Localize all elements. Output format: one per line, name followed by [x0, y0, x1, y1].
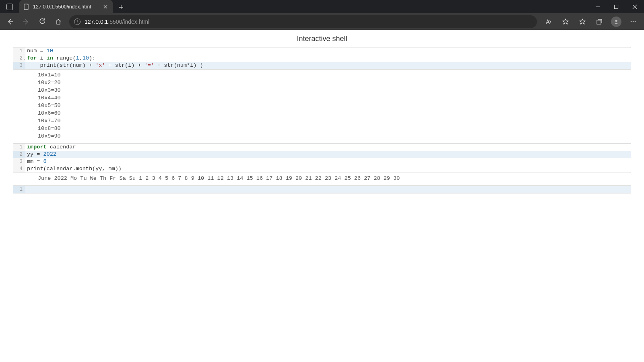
- cell-output: June 2022 Mo Tu We Th Fr Sa Su 1 2 3 4 5…: [13, 173, 631, 185]
- code-content[interactable]: import calendar: [25, 144, 76, 151]
- svg-rect-1: [615, 5, 618, 8]
- page-title: Interactive shell: [0, 35, 644, 43]
- code-line[interactable]: 4print(calendar.month(yy, mm)): [13, 165, 631, 173]
- code-cell[interactable]: 1num = 102▾for i in range(1,10):3 print(…: [13, 47, 631, 70]
- minimize-icon: [595, 4, 600, 9]
- plus-icon: [119, 5, 124, 10]
- line-number: 2: [13, 151, 25, 158]
- window-maximize-button[interactable]: [607, 0, 625, 13]
- close-icon: [103, 5, 107, 9]
- browser-tab[interactable]: 127.0.0.1:5500/index.html: [19, 0, 113, 13]
- collections-icon: [596, 18, 603, 25]
- page-body: Interactive shell 1num = 102▾for i in ra…: [0, 30, 644, 193]
- svg-point-4: [631, 21, 632, 22]
- url-text: 127.0.0.1:5500/index.html: [85, 19, 149, 25]
- code-cell[interactable]: 1: [13, 185, 631, 193]
- code-content[interactable]: print(str(num) + 'x' + str(i) + '=' + st…: [25, 62, 203, 69]
- window-controls: [588, 0, 644, 13]
- code-content[interactable]: mm = 6: [25, 158, 47, 165]
- refresh-icon: [39, 18, 46, 25]
- line-number: 2▾: [13, 55, 25, 62]
- line-number: 1: [13, 144, 25, 151]
- arrow-left-icon: [6, 18, 14, 25]
- tab-close-button[interactable]: [102, 4, 109, 10]
- page-favicon-icon: [23, 4, 30, 10]
- arrow-right-icon: [23, 18, 30, 25]
- code-line[interactable]: 1num = 10: [13, 47, 631, 55]
- code-line[interactable]: 3mm = 6: [13, 158, 631, 165]
- browser-toolbar: i 127.0.0.1:5500/index.html: [0, 13, 644, 30]
- browser-tab-strip: 127.0.0.1:5500/index.html: [0, 0, 644, 13]
- code-line[interactable]: 1import calendar: [13, 144, 631, 151]
- address-bar[interactable]: i 127.0.0.1:5500/index.html: [69, 15, 537, 28]
- line-number: 4: [13, 165, 25, 173]
- code-content[interactable]: for i in range(1,10):: [25, 55, 95, 62]
- code-line[interactable]: 2▾for i in range(1,10):: [13, 55, 631, 62]
- svg-point-6: [635, 21, 636, 22]
- star-icon: [579, 18, 586, 25]
- close-icon: [632, 4, 637, 9]
- forward-button[interactable]: [19, 15, 34, 29]
- tab-actions-button[interactable]: [0, 0, 19, 13]
- code-content[interactable]: yy = 2022: [25, 151, 56, 158]
- new-tab-button[interactable]: [115, 1, 127, 13]
- cell-output: 10x1=10 10x2=20 10x3=30 10x4=40 10x5=50 …: [13, 70, 631, 143]
- home-button[interactable]: [51, 15, 66, 29]
- code-line[interactable]: 1: [13, 186, 631, 193]
- line-number: 1: [13, 186, 25, 193]
- line-number: 3: [13, 158, 25, 165]
- window-close-button[interactable]: [625, 0, 644, 13]
- tab-title: 127.0.0.1:5500/index.html: [33, 4, 99, 10]
- site-info-icon[interactable]: i: [74, 19, 80, 25]
- code-content[interactable]: [25, 186, 27, 193]
- favorites-button[interactable]: [574, 15, 591, 29]
- line-number: 1: [13, 47, 25, 55]
- tab-actions-icon: [6, 4, 13, 10]
- refresh-button[interactable]: [35, 15, 50, 29]
- read-aloud-icon: [545, 18, 552, 25]
- window-minimize-button[interactable]: [588, 0, 607, 13]
- shell-area: 1num = 102▾for i in range(1,10):3 print(…: [0, 47, 644, 193]
- back-button[interactable]: [2, 15, 18, 29]
- menu-button[interactable]: [625, 15, 642, 29]
- url-host: 127.0.0.1: [85, 19, 108, 25]
- code-line[interactable]: 3 print(str(num) + 'x' + str(i) + '=' + …: [13, 62, 631, 69]
- code-cell[interactable]: 1import calendar2yy = 20223mm = 64print(…: [13, 143, 631, 173]
- home-icon: [55, 18, 62, 25]
- star-plus-icon: [562, 18, 569, 25]
- code-content[interactable]: print(calendar.month(yy, mm)): [25, 165, 122, 173]
- code-content[interactable]: num = 10: [25, 47, 53, 55]
- favorites-add-button[interactable]: [557, 15, 574, 29]
- collections-button[interactable]: [591, 15, 608, 29]
- svg-rect-2: [597, 20, 601, 24]
- read-aloud-button[interactable]: [540, 15, 557, 29]
- svg-point-3: [615, 19, 617, 21]
- maximize-icon: [614, 4, 619, 9]
- more-horizontal-icon: [630, 18, 637, 25]
- avatar-icon: [611, 16, 621, 27]
- svg-point-5: [633, 21, 634, 22]
- line-number: 3: [13, 62, 25, 69]
- profile-button[interactable]: [608, 15, 625, 29]
- url-path: :5500/index.html: [108, 19, 149, 25]
- code-line[interactable]: 2yy = 2022: [13, 151, 631, 158]
